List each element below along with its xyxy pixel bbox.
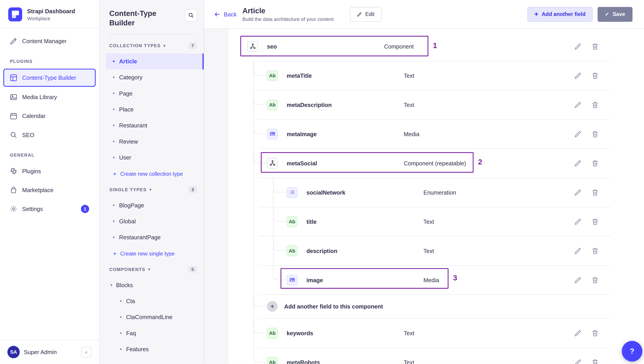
field-row[interactable]: Ab metaDescription Text [229,90,644,119]
edit-field-button[interactable] [574,276,582,284]
field-name: image [306,277,424,283]
sidebar-item-plugins[interactable]: Plugins [0,161,99,180]
delete-field-button[interactable] [592,101,599,108]
field-row[interactable]: Ab title Text [229,207,644,236]
collection-type-item[interactable]: Page [106,85,204,101]
workspace-brand: Strapi Dashboard Workplace [0,0,99,28]
chevron-down-icon: ▾ [150,188,152,192]
delete-field-button[interactable] [592,189,599,196]
delete-field-button[interactable] [592,43,599,50]
edit-button[interactable]: Edit [350,7,382,22]
sidebar-item-label: Media Library [22,94,57,100]
collection-type-item-article[interactable]: Article [106,54,204,69]
sidebar-item-label: Settings [22,206,43,212]
single-type-item[interactable]: Global [106,214,204,229]
sidebar-item-settings[interactable]: Settings 1 [0,200,99,218]
collection-type-item[interactable]: Restaurant [106,117,204,133]
arrow-left-icon [214,11,220,18]
field-row[interactable]: metaImage Media [229,119,644,148]
edit-field-button[interactable] [574,43,582,50]
item-label: Features [126,346,149,352]
item-label: Blocks [116,282,133,288]
field-type: Component (repeatable) [404,160,466,166]
delete-field-button[interactable] [592,218,599,225]
media-field-icon [287,275,298,285]
collection-type-item[interactable]: User [106,150,204,165]
delete-field-button[interactable] [592,358,599,364]
component-category-blocks[interactable]: ▾ Blocks [100,277,204,293]
check-icon: ✓ [605,11,610,17]
item-label: User [119,154,131,161]
save-button[interactable]: ✓ Save [598,7,632,22]
edit-field-button[interactable] [574,72,582,79]
single-type-item[interactable]: BlogPage [106,197,204,213]
field-type: Enumeration [424,189,456,196]
subnav-search-button[interactable] [185,9,197,21]
component-item[interactable]: Features [100,341,204,357]
edit-field-button[interactable] [574,247,582,254]
collapse-sidebar-button[interactable]: ‹ [81,347,92,357]
workspace-title: Strapi Dashboard [27,8,75,15]
edit-field-button[interactable] [574,358,582,364]
back-link[interactable]: Back [214,11,237,18]
field-row[interactable]: Ab metaTitle Text [229,61,644,90]
fields-table: seo Component Ab metaTitle Text [229,29,644,364]
component-item[interactable]: Faq [100,325,204,341]
delete-field-button[interactable] [592,276,599,284]
sidebar-item-content-type-builder[interactable]: Content-Type Builder [3,69,96,87]
delete-field-button[interactable] [592,130,599,137]
sidebar-item-content-manager[interactable]: Content Manager [0,32,99,51]
field-type: Media [404,130,420,137]
field-row[interactable]: socialNetwork Enumeration [229,178,644,207]
edit-field-button[interactable] [574,218,582,225]
component-item[interactable]: CtaCommandLine [100,309,204,325]
user-menu[interactable]: SA Super Admin ‹ [0,340,99,364]
collection-type-item[interactable]: Category [106,69,204,85]
annotation-number-1: 1 [433,42,437,50]
components-header[interactable]: COMPONENTS ▾ 5 [100,262,204,277]
collection-types-header[interactable]: COLLECTION TYPES ▾ 7 [100,38,204,54]
item-label: Article [119,58,137,65]
fields-scroll-area: seo Component Ab metaTitle Text [204,29,644,364]
bullet-icon [120,316,122,318]
text-field-icon: Ab [267,99,278,110]
field-row[interactable]: Ab keywords Text [229,318,644,347]
collection-type-item[interactable]: Place [106,102,204,117]
sidebar-item-marketplace[interactable]: Marketplace [0,181,99,200]
help-button[interactable]: ? [622,341,642,361]
bullet-icon [113,157,114,158]
delete-field-button[interactable] [592,159,599,167]
bullet-icon [120,348,122,350]
field-name: description [306,247,424,254]
chevron-left-icon: ‹ [85,349,87,355]
single-type-item[interactable]: RestaurantPage [106,229,204,245]
add-another-field-button[interactable]: + Add another field [527,7,592,22]
field-type: Component [384,43,414,49]
item-label: BlogPage [119,202,144,209]
edit-field-button[interactable] [574,101,582,108]
field-row[interactable]: Ab metaRobots Text [229,347,644,364]
field-row[interactable]: Ab description Text [229,236,644,265]
field-type: Media [424,277,439,283]
edit-field-button[interactable] [574,159,582,167]
component-item[interactable]: Cta [100,293,204,309]
field-row[interactable]: metaSocial Component (repeatable) [229,148,644,178]
sidebar-item-seo[interactable]: SEO [0,125,99,144]
delete-field-button[interactable] [592,72,599,79]
create-collection-type-link[interactable]: + Create new collection type [100,165,204,181]
add-field-to-component-button[interactable]: + Add another field to this component [229,295,644,318]
sidebar-item-media-library[interactable]: Media Library [0,88,99,106]
single-types-header[interactable]: SINGLE TYPES ▾ 3 [100,182,204,198]
layout-icon [10,74,17,81]
edit-field-button[interactable] [574,189,582,196]
edit-field-button[interactable] [574,329,582,337]
plus-circle-icon[interactable]: + [267,301,278,312]
collection-type-item[interactable]: Review [106,133,204,149]
delete-field-button[interactable] [592,247,599,254]
delete-field-button[interactable] [592,329,599,337]
create-single-type-link[interactable]: + Create new single type [100,245,204,261]
edit-field-button[interactable] [574,130,582,137]
item-label: Review [119,138,138,145]
field-row[interactable]: image Media [229,265,644,295]
sidebar-item-calendar[interactable]: Calendar [0,106,99,125]
